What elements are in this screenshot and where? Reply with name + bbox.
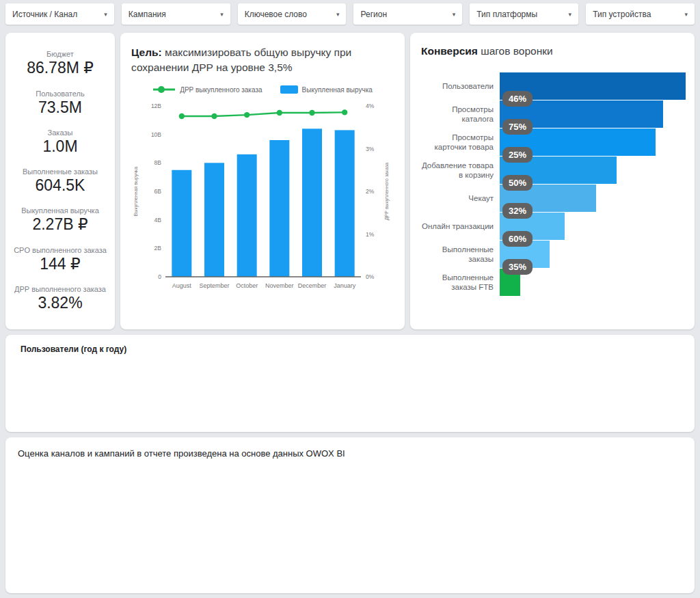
conversion-badge: 50% (502, 175, 533, 191)
svg-text:8B: 8B (154, 160, 162, 167)
combo-chart-area[interactable]: 02B4B6B8B10B12B0%1%2%3%4%Выкупленная выр… (131, 95, 394, 307)
kpi-4: Выкупленная выручка2.27B ₽ (21, 206, 99, 234)
kpi-label: Заказы (42, 128, 77, 137)
legend-label: ДРР выкупленного заказа (180, 86, 262, 94)
filter-platform-type-label: Тип платформы (476, 10, 537, 19)
filter-source-channel-label: Источник / Канал (12, 10, 77, 19)
kpi-1: Пользователь73.5M (36, 90, 84, 117)
chevron-down-icon: ▾ (104, 11, 107, 18)
chevron-down-icon: ▾ (220, 11, 224, 18)
filter-keyword[interactable]: Ключевое слово▾ (238, 3, 347, 25)
conversion-badge: 60% (502, 231, 533, 247)
conversion-badge: 75% (502, 119, 533, 135)
filter-region-label: Регион (360, 10, 387, 19)
filter-campaign-label: Кампания (129, 10, 166, 19)
line-series-icon (152, 85, 176, 94)
conversion-badge: 46% (502, 91, 533, 107)
channels-table-card: Оценка каналов и кампаний в отчете произ… (5, 437, 695, 593)
filter-region[interactable]: Регион▾ (353, 3, 462, 25)
filter-keyword-label: Ключевое слово (245, 10, 307, 19)
chevron-down-icon: ▾ (684, 11, 688, 18)
funnel-card: Конверсия шагов воронки ПользователиПрос… (410, 33, 695, 329)
table-title: Оценка каналов и кампаний в отчете произ… (18, 448, 684, 459)
goal-revenue-card: Цель: максимизировать общую выручку при … (120, 33, 405, 329)
svg-text:August: August (172, 282, 192, 289)
drr-line-point[interactable] (244, 112, 250, 118)
filter-platform-type[interactable]: Тип платформы▾ (470, 3, 578, 25)
funnel-stage-label: Просмотры карточки товара (421, 128, 494, 156)
svg-text:4%: 4% (366, 103, 375, 109)
revenue-bar[interactable] (172, 170, 191, 277)
conversion-badge: 32% (502, 203, 533, 219)
svg-text:Выкупленная выручка: Выкупленная выручка (133, 167, 139, 216)
kpi-value: 73.5M (36, 98, 84, 117)
goal-title-text: максимизировать общую выручку при сохран… (131, 46, 351, 73)
svg-text:3%: 3% (366, 146, 375, 152)
filter-bar: Источник / Канал▾Кампания▾Ключевое слово… (5, 3, 695, 25)
funnel-title-bold: Конверсия (421, 45, 478, 57)
bar-series-icon (280, 85, 298, 94)
filter-source-channel[interactable]: Источник / Канал▾ (5, 3, 114, 25)
svg-text:0%: 0% (366, 273, 375, 280)
filter-device-type-label: Тип устройства (593, 10, 651, 19)
funnel-stage-label: Просмотры каталога (421, 100, 494, 128)
funnel-title: Конверсия шагов воронки (421, 45, 684, 57)
svg-text:12B: 12B (151, 103, 161, 109)
chevron-down-icon: ▾ (336, 11, 340, 18)
svg-text:January: January (334, 282, 356, 289)
funnel-chart[interactable]: ПользователиПросмотры каталогаПросмотры … (421, 72, 684, 298)
funnel-stage-label: Чекаут (421, 185, 494, 212)
chevron-down-icon: ▾ (569, 11, 572, 18)
kpi-value: 1.0M (42, 137, 77, 156)
svg-text:6B: 6B (154, 188, 162, 195)
kpi-scorecard-panel: Бюджет86.78M ₽Пользователь73.5MЗаказы1.0… (5, 33, 115, 329)
chevron-down-icon: ▾ (453, 11, 456, 18)
kpi-label: Выкупленная выручка (21, 206, 99, 215)
yoy-mini-charts-panel: Пользователи (год к году) (5, 335, 695, 432)
svg-text:1%: 1% (366, 231, 375, 238)
kpi-3: Выполненные заказы604.5K (23, 167, 98, 195)
legend-label: Выкупленная выручка (302, 86, 373, 94)
funnel-stage-label: Выполненные заказы (421, 241, 494, 268)
svg-text:November: November (265, 282, 294, 289)
kpi-5: CPO выполненного заказа144 ₽ (14, 246, 107, 273)
goal-title: Цель: максимизировать общую выручку при … (131, 45, 394, 74)
svg-text:0: 0 (158, 273, 161, 280)
combo-legend: ДРР выкупленного заказаВыкупленная выруч… (131, 85, 394, 94)
legend-item-bar: Выкупленная выручка (280, 85, 373, 94)
kpi-value: 2.27B ₽ (21, 215, 99, 234)
kpi-6: ДРР выполненного заказа3.82% (14, 285, 106, 312)
revenue-bar[interactable] (302, 129, 322, 277)
revenue-bar[interactable] (204, 163, 224, 277)
kpi-label: ДРР выполненного заказа (14, 285, 106, 293)
drr-line-point[interactable] (211, 113, 217, 119)
goal-title-bold: Цель: (131, 46, 162, 58)
funnel-stage-label: Выполненные заказы FTB (421, 269, 494, 296)
drr-line-point[interactable] (342, 110, 347, 115)
mini-users-yoy: Пользователи (год к году) (16, 343, 183, 426)
drr-line-point[interactable] (309, 110, 314, 115)
conversion-badge: 35% (502, 259, 533, 275)
kpi-value: 86.78M ₽ (27, 59, 94, 77)
kpi-label: Бюджет (27, 50, 94, 58)
conversion-badge: 25% (502, 147, 533, 163)
svg-text:2%: 2% (366, 188, 375, 195)
revenue-bar[interactable] (237, 154, 257, 277)
kpi-label: Пользователь (36, 90, 84, 98)
revenue-bar[interactable] (269, 140, 289, 277)
kpi-2: Заказы1.0M (42, 128, 77, 156)
funnel-stage-label: Пользователи (421, 72, 494, 100)
drr-line-point[interactable] (179, 113, 185, 119)
kpi-0: Бюджет86.78M ₽ (27, 50, 94, 77)
svg-text:October: October (236, 282, 258, 289)
filter-device-type[interactable]: Тип устройства▾ (586, 3, 695, 25)
revenue-bar[interactable] (335, 131, 355, 277)
funnel-title-text: шагов воронки (478, 45, 553, 57)
kpi-value: 604.5K (23, 176, 98, 195)
filter-campaign[interactable]: Кампания▾ (122, 3, 230, 25)
kpi-value: 144 ₽ (14, 255, 107, 273)
svg-text:ДРР выкупленного заказа: ДРР выкупленного заказа (384, 163, 390, 220)
funnel-stage-label: Добавление товара в корзину (421, 157, 494, 184)
svg-text:4B: 4B (154, 217, 162, 223)
drr-line-point[interactable] (277, 110, 282, 115)
